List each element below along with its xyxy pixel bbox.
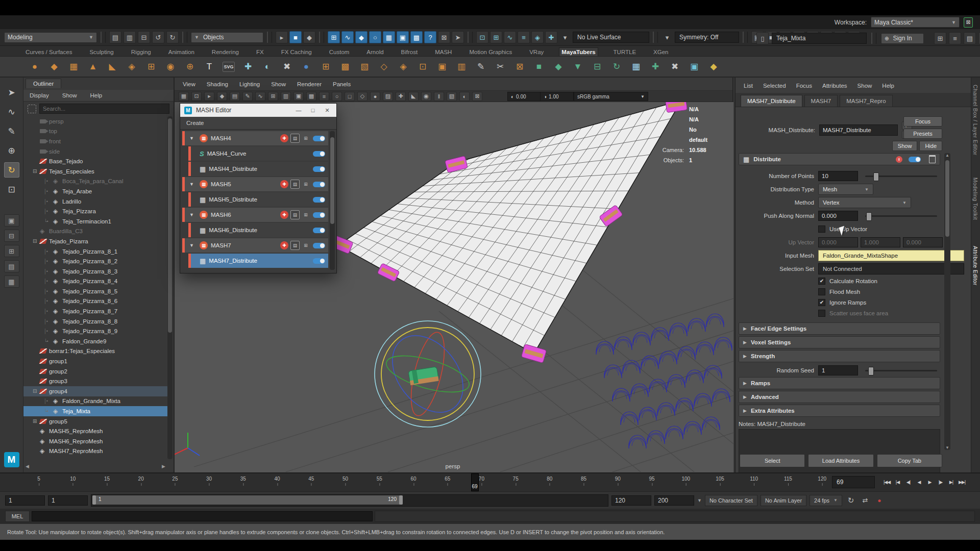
ae-bottom-button[interactable]: Load Attributes [808, 454, 873, 467]
scrollbar-thumb[interactable] [168, 118, 172, 333]
shelf-tool-icon[interactable]: ▲ [87, 61, 99, 73]
mash-node-row[interactable]: ▼ MASH4 ✚ ▤ ⊞ [182, 131, 328, 145]
separator[interactable] [182, 32, 187, 43]
viewport-toolbar-icon[interactable]: ⊠ [472, 92, 482, 101]
shelf-tab[interactable]: Arnold [364, 48, 385, 56]
outliner-row[interactable]: │• Teja_Pizzara [23, 206, 167, 216]
ae-node-tab[interactable]: MASH7_Distribute [741, 95, 802, 107]
shelf-tool-icon[interactable]: ⊞ [320, 61, 332, 73]
outliner-row[interactable]: │• Tejado_Pizzarra_8_7 [23, 306, 167, 316]
method-dropdown[interactable]: Vertex▼ [818, 197, 911, 208]
viewport-menu-item[interactable]: Lighting [239, 81, 260, 87]
shelf-tab[interactable]: FX [254, 48, 266, 56]
shelf-tool-icon[interactable]: ⊡ [416, 61, 429, 73]
collapsed-section-header[interactable]: ▶ Strength [739, 350, 940, 362]
ae-node-tab[interactable]: MASH7 [804, 95, 838, 107]
shelf-tab[interactable]: VRay [527, 48, 546, 56]
collapsed-section-header[interactable]: ▶ Voxel Settings [739, 336, 940, 348]
scroll-right-icon[interactable]: ▶ [162, 464, 165, 469]
viewport-toolbar-icon[interactable]: ○ [332, 92, 342, 101]
outliner-row[interactable]: │• Teja_Arabe [23, 186, 167, 196]
shelf-tab[interactable]: Motion Graphics [467, 48, 514, 56]
viewport-menu-item[interactable]: Shading [207, 81, 228, 87]
live-surface-field[interactable]: No Live Surface [573, 32, 649, 43]
shelf-tool-icon[interactable]: ▣ [436, 61, 448, 73]
tool-icon[interactable]: ∿ [4, 104, 19, 119]
attribute-editor-scrollbar[interactable]: ▲ ▼ [944, 153, 950, 450]
viewport-toolbar-icon[interactable]: ▨ [383, 92, 393, 101]
mash-editor-titlebar[interactable]: M MASH Editor — □ ✕ [180, 104, 336, 117]
panel-toggle-icon[interactable]: ≡ [949, 32, 961, 44]
shelf-tab[interactable]: Animation [166, 48, 197, 56]
tool-icon[interactable]: ⊕ [4, 143, 19, 158]
mash-node-row[interactable]: ▼ MASH5 ✚ ▤ ⊞ [182, 177, 328, 191]
snap-icon[interactable]: ⊠ [438, 31, 450, 43]
outliner-row[interactable]: │• Tejado_Pizzarra_8_4 [23, 277, 167, 287]
slider-handle[interactable] [873, 172, 879, 181]
viewport-menu-item[interactable]: Renderer [297, 81, 322, 87]
shelf-tool-icon[interactable]: ▥ [455, 61, 468, 73]
outliner-row[interactable]: │• Faldon_Grande_Mixta [23, 396, 167, 407]
up-vector-z-field[interactable]: 0.000 [903, 237, 943, 247]
playback-button[interactable]: ◀ [914, 475, 924, 489]
push-along-normal-slider[interactable] [865, 215, 937, 217]
shelf-tool-icon[interactable]: ▣ [688, 61, 700, 73]
fps-dropdown[interactable]: 24 fps▼ [810, 495, 842, 506]
object-name-field[interactable]: Teja_Mixta [772, 33, 867, 44]
snap-icon[interactable]: ➤ [452, 31, 464, 43]
file-icon[interactable]: ↺ [152, 31, 164, 43]
add-node-icon[interactable]: ✚ [280, 134, 288, 142]
layout-shortcut-icon[interactable]: ▤ [4, 260, 19, 272]
snap-icon[interactable]: ⊞ [328, 31, 340, 43]
mash-editor-scrollbar[interactable] [330, 131, 335, 270]
command-line-input[interactable] [32, 511, 373, 521]
viewport-toolbar-icon[interactable]: ◉ [421, 92, 431, 101]
outliner-menu-item[interactable]: Show [62, 92, 77, 98]
shelf-tool-icon[interactable]: ⊠ [513, 61, 526, 73]
connections-icon[interactable]: ⊞ [302, 211, 310, 219]
shelf-tab[interactable]: TURTLE [611, 48, 639, 56]
menu-set-dropdown[interactable]: Modeling▼ [4, 32, 97, 43]
enable-toggle[interactable] [313, 212, 325, 218]
viewport-toolbar-icon[interactable]: ◇ [357, 92, 368, 101]
outliner-row[interactable]: front [23, 136, 167, 146]
outliner-panel-tab[interactable]: Outliner [26, 79, 61, 88]
shelf-tab[interactable]: XGen [651, 48, 670, 56]
ae-menu-item[interactable]: Selected [763, 83, 786, 89]
selection-mode-icon[interactable]: ◆ [303, 31, 315, 43]
viewport-toolbar-icon[interactable]: ≡ [319, 92, 329, 101]
number-of-points-field[interactable]: 10 [818, 171, 858, 181]
shelf-tool-icon[interactable]: SVG [223, 62, 235, 72]
shelf-tool-icon[interactable]: ▼ [572, 61, 584, 73]
shelf-tab[interactable]: Rendering [210, 48, 241, 56]
outliner-row[interactable]: │• Ladrillo [23, 196, 167, 207]
viewport-toolbar-icon[interactable]: ▧ [447, 92, 457, 101]
playback-button[interactable]: ▶▶| [957, 475, 967, 489]
mash-node-row[interactable]: ▼ MASH6_Distribute ✚ ▤ ⊞ [188, 223, 328, 237]
shelf-tool-icon[interactable]: ✎ [475, 61, 487, 73]
viewport-toolbar-icon[interactable]: ▸ [204, 92, 214, 101]
outliner-row[interactable]: │• Tejado_Pizzarra_8_5 [23, 286, 167, 296]
workspace-dropdown[interactable]: Maya Classic*▼ [871, 17, 960, 28]
viewport-toolbar-icon[interactable]: ✚ [396, 92, 406, 101]
outliner-row[interactable]: top [23, 127, 167, 137]
expand-toggle-icon[interactable]: ▼ [189, 182, 198, 187]
collapsed-section-header[interactable]: ▶ Ramps [739, 377, 940, 389]
shelf-tool-icon[interactable]: ◐ [261, 61, 274, 73]
shelf-tool-icon[interactable]: ● [300, 61, 312, 73]
shelf-tool-icon[interactable]: ◉ [164, 61, 177, 73]
shelf-tool-icon[interactable]: ✖ [669, 61, 681, 73]
anim-layer-dropdown[interactable]: No Anim Layer [761, 495, 806, 506]
expand-toggle-icon[interactable]: ▼ [189, 212, 198, 217]
playback-button[interactable]: |▶ [936, 475, 945, 489]
outliner-row[interactable]: group1 [23, 356, 167, 366]
mash-node-row[interactable]: ▼ MASH5_Distribute ✚ ▤ ⊞ [188, 192, 328, 207]
panel-toggle-icon[interactable]: ▤ [964, 32, 976, 44]
mash-node-row[interactable]: ▼ MASH7 ✚ ▤ ⊞ [182, 238, 328, 253]
outliner-row[interactable]: └• Teja_Mixta [23, 406, 167, 416]
viewport-menu-item[interactable]: Show [271, 81, 286, 87]
shelf-tool-icon[interactable]: ◆ [48, 61, 60, 73]
range-slider-handle[interactable]: 1 120 [92, 495, 403, 505]
time-slider[interactable]: 5101520253035404550556065707580859095100… [0, 472, 980, 491]
workspace-lock-icon[interactable]: ⊠ [964, 17, 973, 28]
